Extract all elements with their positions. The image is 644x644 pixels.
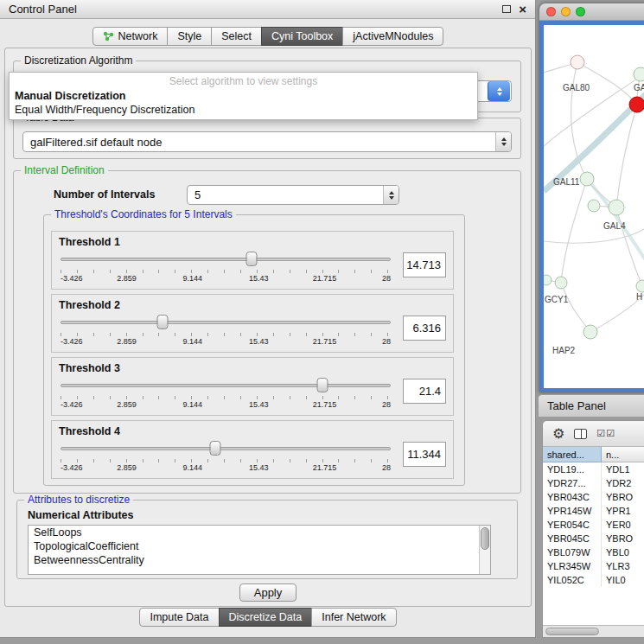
cell[interactable]: YER054C <box>543 518 602 532</box>
list-item[interactable]: SelfLoops <box>29 526 490 539</box>
network-node[interactable] <box>609 200 624 215</box>
table-row[interactable]: YDR27...YDR2 <box>543 476 644 490</box>
cell[interactable]: YBR043C <box>543 490 602 504</box>
cell[interactable]: YIL052C <box>543 573 602 587</box>
list-item[interactable]: TopologicalCoefficient <box>29 539 490 553</box>
slider-track[interactable] <box>61 321 391 324</box>
combo-arrows-icon[interactable] <box>495 132 511 151</box>
threshold-slider[interactable]: -3.426 2.859 9.144 15.43 21.715 28 <box>59 250 392 286</box>
cell[interactable]: YDL19... <box>543 462 602 476</box>
cell[interactable]: YBRO <box>602 532 644 545</box>
threshold-value-field[interactable]: 6.316 <box>403 316 446 341</box>
network-node[interactable] <box>634 67 644 81</box>
table-panel-titlebar[interactable]: Table Panel <box>538 394 644 417</box>
table-row[interactable]: YBR045CYBRO <box>543 532 644 545</box>
slider-thumb[interactable] <box>210 441 221 456</box>
network-window-titlebar[interactable] <box>539 3 644 21</box>
cell[interactable]: YBRO <box>602 490 644 504</box>
table-row[interactable]: YBL079WYBL0 <box>543 545 644 559</box>
threshold-slider[interactable]: -3.426 2.859 9.144 15.43 21.715 28 <box>59 313 392 349</box>
slider-ticks <box>61 459 391 462</box>
network-node-selected[interactable] <box>629 97 644 112</box>
combo-value: galFiltered.sif default node <box>30 136 162 149</box>
apply-button[interactable]: Apply <box>239 583 296 602</box>
table-row[interactable]: YER054CYER0 <box>543 518 644 532</box>
cell[interactable]: YBL079W <box>543 545 602 559</box>
cell[interactable]: YPR1 <box>602 504 644 518</box>
list-scrollbar[interactable] <box>479 526 490 574</box>
slider-track[interactable] <box>61 447 391 450</box>
scrollbar-thumb[interactable] <box>481 527 489 550</box>
control-panel-titlebar[interactable]: Control Panel × <box>0 0 535 19</box>
table-horizontal-scrollbar[interactable] <box>543 625 644 637</box>
scrollbar-thumb[interactable] <box>545 628 599 635</box>
table-row[interactable]: YLR345WYLR3 <box>543 559 644 573</box>
column-header-name[interactable]: n... <box>602 447 644 462</box>
network-node[interactable] <box>588 200 600 212</box>
combo-arrows-icon[interactable] <box>488 81 510 101</box>
threshold-value-field[interactable]: 21.4 <box>403 379 446 404</box>
network-canvas[interactable]: GAL80 GA GAL11 GAL4 GCY1 HAP2 H <box>544 25 644 388</box>
slider-ticks <box>61 396 391 399</box>
scale-label: 21.715 <box>313 400 337 409</box>
cell[interactable]: YPR145W <box>543 504 602 518</box>
minimize-traffic-light[interactable] <box>561 7 571 16</box>
network-node[interactable] <box>580 172 594 186</box>
cell[interactable]: YER0 <box>602 518 644 532</box>
network-node[interactable] <box>571 55 584 69</box>
slider-thumb[interactable] <box>316 378 328 392</box>
slider-track[interactable] <box>61 384 391 387</box>
cell[interactable]: YDL1 <box>602 462 644 476</box>
tab-label: Cyni Toolbox <box>271 30 333 42</box>
attributes-list[interactable]: SelfLoops TopologicalCoefficient Between… <box>28 525 491 575</box>
cell[interactable]: YLR3 <box>602 559 644 573</box>
network-node[interactable] <box>555 277 567 289</box>
float-window-icon[interactable] <box>502 5 511 13</box>
columns-icon[interactable] <box>574 429 587 439</box>
slider-thumb[interactable] <box>156 315 168 329</box>
close-traffic-light[interactable] <box>546 7 556 16</box>
close-icon[interactable]: × <box>519 5 526 14</box>
slider-track[interactable] <box>61 258 391 261</box>
tab-jactivemnodules[interactable]: jActiveMNodules <box>342 27 443 46</box>
table-row[interactable]: YDL19...YDL1 <box>543 462 644 476</box>
zoom-traffic-light[interactable] <box>576 7 585 16</box>
tab-impute-data[interactable]: Impute Data <box>139 608 219 627</box>
table-data-combobox[interactable]: galFiltered.sif default node <box>22 131 512 152</box>
threshold-row: Threshold 4 -3.426 2.859 9.144 1 <box>51 420 454 479</box>
network-node[interactable] <box>583 325 597 339</box>
number-of-intervals-label: Number of Intervals <box>54 188 155 201</box>
threshold-value-field[interactable]: 11.344 <box>403 442 446 467</box>
cell[interactable]: YDR27... <box>543 476 602 490</box>
slider-thumb[interactable] <box>245 252 257 266</box>
tab-cyni-toolbox[interactable]: Cyni Toolbox <box>261 27 343 46</box>
dropdown-item-manual-discretization[interactable]: Manual Discretization <box>10 89 477 103</box>
tab-select[interactable]: Select <box>211 27 262 46</box>
select-all-checkboxes-icon[interactable]: ☑☑ <box>596 428 615 439</box>
gear-icon[interactable]: ⚙ <box>552 427 564 441</box>
cell[interactable]: YLR345W <box>543 559 602 573</box>
table-row[interactable]: YIL052CYIL0 <box>543 573 644 587</box>
dropdown-item-equal-width[interactable]: Equal Width/Frequency Discretization <box>10 103 477 117</box>
table-row[interactable]: YPR145WYPR1 <box>543 504 644 518</box>
threshold-value-field[interactable]: 14.713 <box>403 252 446 277</box>
threshold-row: Threshold 2 -3.426 2.859 9.144 1 <box>51 294 454 353</box>
cell[interactable]: YIL0 <box>602 573 644 587</box>
tab-network[interactable]: Network <box>92 27 169 46</box>
network-node[interactable] <box>636 280 644 292</box>
combo-arrows-icon[interactable] <box>383 186 399 204</box>
number-of-intervals-combobox[interactable]: 5 <box>187 185 399 205</box>
column-header-shared-name[interactable]: shared... <box>543 447 602 462</box>
tab-infer-network[interactable]: Infer Network <box>311 608 396 627</box>
tab-style[interactable]: Style <box>167 27 212 46</box>
network-node[interactable] <box>544 275 552 285</box>
list-item[interactable]: BetweennessCentrality <box>29 553 490 567</box>
cell[interactable]: YBR045C <box>543 532 602 545</box>
cell[interactable]: YBL0 <box>602 545 644 559</box>
threshold-slider[interactable]: -3.426 2.859 9.144 15.43 21.715 28 <box>59 439 392 475</box>
table-row[interactable]: YBR043CYBRO <box>543 490 644 504</box>
threshold-slider[interactable]: -3.426 2.859 9.144 15.43 21.715 28 <box>59 376 392 412</box>
cell[interactable]: YDR2 <box>602 476 644 490</box>
tab-discretize-data[interactable]: Discretize Data <box>219 608 313 627</box>
network-view-window: GAL80 GA GAL11 GAL4 GCY1 HAP2 H <box>539 3 644 392</box>
